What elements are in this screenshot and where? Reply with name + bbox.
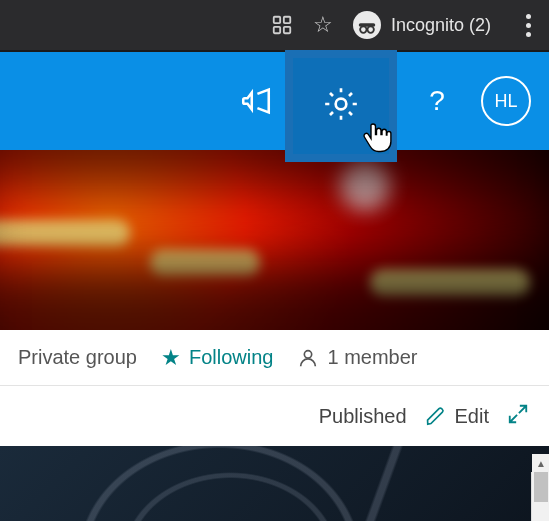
pencil-icon [425, 405, 447, 427]
incognito-label: Incognito (2) [391, 15, 491, 36]
app-header: ? HL [0, 52, 549, 150]
settings-gear-icon[interactable] [321, 84, 361, 128]
site-hero-image [0, 150, 549, 330]
content-image [0, 446, 549, 521]
browser-top-bar: ☆ Incognito (2) [0, 0, 549, 52]
members-count: 1 member [327, 346, 417, 369]
person-icon [297, 347, 319, 369]
incognito-icon [353, 11, 381, 39]
scrollbar[interactable]: ▲ [531, 472, 549, 521]
svg-rect-1 [284, 17, 290, 23]
edit-button[interactable]: Edit [425, 405, 489, 428]
expand-button[interactable] [507, 403, 529, 430]
following-label: Following [189, 346, 273, 369]
svg-point-5 [360, 26, 366, 32]
svg-point-7 [336, 99, 347, 110]
avatar-initials: HL [494, 91, 517, 112]
pointer-cursor-icon [360, 120, 392, 160]
following-button[interactable]: ★ Following [161, 345, 273, 371]
scroll-thumb[interactable] [534, 472, 548, 502]
privacy-label: Private group [18, 346, 137, 369]
svg-point-8 [305, 350, 312, 357]
svg-rect-0 [274, 17, 280, 23]
user-avatar[interactable]: HL [481, 76, 531, 126]
extensions-icon[interactable] [271, 14, 293, 36]
publish-status: Published [319, 405, 407, 428]
svg-rect-3 [284, 27, 290, 33]
help-icon[interactable]: ? [417, 85, 457, 117]
scroll-up-arrow-icon[interactable]: ▲ [532, 454, 549, 472]
expand-icon [507, 403, 529, 425]
incognito-indicator[interactable]: Incognito (2) [353, 11, 491, 39]
page-action-bar: Published Edit [0, 386, 549, 446]
star-filled-icon: ★ [161, 345, 181, 371]
bookmark-star-icon[interactable]: ☆ [313, 12, 333, 38]
svg-rect-2 [274, 27, 280, 33]
megaphone-icon[interactable] [239, 84, 273, 118]
site-meta-bar: Private group ★ Following 1 member [0, 330, 549, 386]
members-indicator[interactable]: 1 member [297, 346, 417, 369]
browser-menu-icon[interactable] [519, 14, 537, 37]
svg-point-6 [367, 26, 373, 32]
edit-label: Edit [455, 405, 489, 428]
